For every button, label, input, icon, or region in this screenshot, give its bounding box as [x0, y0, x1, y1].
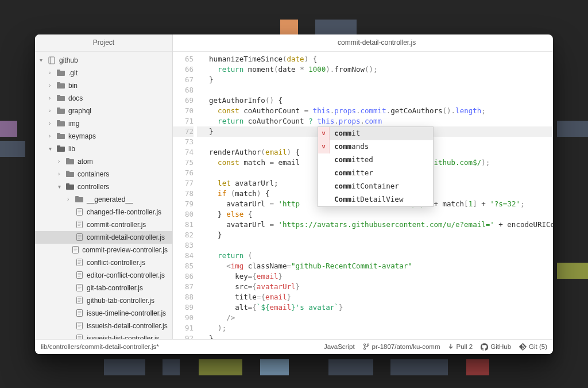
- tree-folder-atom[interactable]: ›atom: [35, 155, 172, 168]
- tree-file-github-tab-controller.js[interactable]: github-tab-controller.js: [35, 294, 172, 307]
- git-icon: [519, 343, 527, 351]
- folder-icon: [57, 107, 65, 114]
- tree-folder-controllers[interactable]: ▾controllers: [35, 180, 172, 193]
- autocomplete-item[interactable]: committed: [318, 153, 433, 167]
- code-line[interactable]: <img className="github-RecentCommit-avat…: [197, 261, 553, 271]
- file-icon: [75, 208, 83, 216]
- autocomplete-kind-icon: v: [318, 127, 330, 140]
- folder-icon: [57, 70, 65, 76]
- tree-file-issue-timeline-controller.js[interactable]: issue-timeline-controller.js: [35, 307, 172, 320]
- status-pull[interactable]: Pull 2: [448, 343, 473, 350]
- tree-label: containers: [78, 170, 109, 178]
- code-line[interactable]: const coAuthorCount = this.props.commit.…: [197, 106, 553, 116]
- autocomplete-item[interactable]: commitContainer: [318, 180, 433, 193]
- tree-folder-bin[interactable]: ›bin: [35, 79, 172, 92]
- twisty-icon: ›: [58, 171, 63, 177]
- folder-icon: [66, 171, 74, 177]
- svg-rect-0: [49, 57, 55, 64]
- code-line[interactable]: } else {: [197, 209, 553, 220]
- file-icon: [75, 309, 83, 317]
- tree-file-commit-preview-controller.js[interactable]: commit-preview-controller.js: [35, 244, 172, 256]
- code-line[interactable]: avatarUrl = 'https://avatars.githubuserc…: [197, 220, 553, 230]
- status-language[interactable]: JavaScript: [324, 343, 355, 350]
- tree-label: graphql: [68, 107, 91, 115]
- tree-file-issueish-detail-controller.js[interactable]: issueish-detail-controller.js: [35, 320, 172, 332]
- tree-label: commit-preview-controller.js: [82, 246, 168, 254]
- tree-file-editor-conflict-controller.js[interactable]: editor-conflict-controller.js: [35, 269, 172, 282]
- tab-active[interactable]: commit-detail-controller.js: [173, 39, 553, 47]
- code-line[interactable]: );: [197, 323, 553, 333]
- tab-bar: commit-detail-controller.js: [173, 34, 553, 52]
- code-line[interactable]: [197, 240, 553, 251]
- tree-root[interactable]: ▾github: [35, 54, 172, 67]
- code-line[interactable]: }: [197, 333, 553, 339]
- tree-label: changed-file-controller.js: [87, 208, 161, 216]
- tree-file-git-tab-controller.js[interactable]: git-tab-controller.js: [35, 282, 172, 294]
- autocomplete-item[interactable]: vcommit: [318, 127, 433, 140]
- tree-label: issue-timeline-controller.js: [87, 309, 166, 317]
- autocomplete-item[interactable]: vcommands: [318, 140, 433, 153]
- tree-file-issueish-list-controller.js[interactable]: issueish-list-controller.js: [35, 332, 172, 339]
- svg-rect-15: [57, 145, 60, 148]
- tree-folder-containers[interactable]: ›containers: [35, 168, 172, 180]
- svg-rect-9: [57, 107, 60, 110]
- status-path[interactable]: lib/controllers/commit-detail-controller…: [41, 343, 159, 350]
- code-line[interactable]: return coAuthorCount ? this.props.comm: [197, 116, 553, 126]
- code-line[interactable]: src={avatarUrl}: [197, 282, 553, 292]
- svg-rect-19: [66, 171, 69, 173]
- arrow-down-icon: [448, 343, 454, 350]
- code-line[interactable]: [197, 85, 553, 95]
- code-line[interactable]: key={email}: [197, 271, 553, 282]
- code-editor[interactable]: 6566676869707172737475767778798081828384…: [173, 52, 553, 339]
- tree-file-changed-file-controller.js[interactable]: changed-file-controller.js: [35, 206, 172, 218]
- code-line[interactable]: }: [197, 230, 553, 240]
- twisty-icon: ▾: [40, 57, 44, 63]
- tree-label: keymaps: [68, 132, 96, 140]
- svg-rect-3: [57, 70, 60, 72]
- autocomplete-label: commands: [334, 141, 369, 152]
- autocomplete-label: commitContainer: [334, 181, 399, 191]
- tree-label: docs: [68, 94, 83, 102]
- tree-folder-docs[interactable]: ›docs: [35, 92, 172, 105]
- twisty-icon: ›: [49, 133, 53, 139]
- tree-file-conflict-controller.js[interactable]: conflict-controller.js: [35, 256, 172, 269]
- code-line[interactable]: return (: [197, 251, 553, 261]
- autocomplete-item[interactable]: CommitDetailView: [318, 193, 433, 206]
- file-icon: [75, 297, 83, 304]
- tab-title: commit-detail-controller.js: [338, 39, 416, 47]
- tree-folder-lib[interactable]: ▾lib: [35, 143, 172, 155]
- file-tree[interactable]: ▾github›.git›bin›docs›graphql›img›keymap…: [35, 52, 172, 339]
- status-github[interactable]: GitHub: [481, 343, 511, 351]
- svg-rect-23: [75, 196, 79, 198]
- autocomplete-item[interactable]: committer: [318, 167, 433, 180]
- folder-icon: [57, 82, 65, 89]
- editor-area: commit-detail-controller.js 656667686970…: [173, 34, 553, 339]
- folder-icon: [75, 196, 83, 202]
- tree-file-commit-controller.js[interactable]: commit-controller.js: [35, 218, 172, 231]
- tree-label: commit-detail-controller.js: [87, 233, 165, 241]
- code-body[interactable]: humanizeTimeSince(date) { return moment(…: [197, 52, 553, 339]
- status-branch[interactable]: pr-1807/atom/ku-comm: [363, 343, 440, 351]
- code-line[interactable]: />: [197, 313, 553, 323]
- file-icon: [75, 221, 83, 228]
- tree-label: controllers: [78, 183, 109, 191]
- code-line[interactable]: alt={`${email}'s avatar`}: [197, 302, 553, 313]
- tree-folder-img[interactable]: ›img: [35, 117, 172, 130]
- code-line[interactable]: }: [197, 75, 553, 85]
- code-line[interactable]: getAuthorInfo() {: [197, 95, 553, 106]
- autocomplete-popup[interactable]: vcommitvcommandscommittedcommittercommit…: [318, 126, 434, 207]
- tree-folder-keymaps[interactable]: ›keymaps: [35, 130, 172, 143]
- svg-rect-11: [57, 120, 60, 122]
- status-git[interactable]: Git (5): [519, 343, 547, 351]
- file-icon: [75, 335, 83, 339]
- file-icon: [75, 233, 83, 241]
- tree-folder-.git[interactable]: ›.git: [35, 67, 172, 79]
- code-line[interactable]: humanizeTimeSince(date) {: [197, 54, 553, 64]
- tree-file-commit-detail-controller.js[interactable]: commit-detail-controller.js: [35, 231, 172, 244]
- code-line[interactable]: return moment(date * 1000).fromNow();: [197, 64, 553, 75]
- code-line[interactable]: title={email}: [197, 292, 553, 302]
- tree-label: conflict-controller.js: [87, 259, 145, 267]
- tree-folder-graphql[interactable]: ›graphql: [35, 105, 172, 117]
- twisty-icon: ›: [49, 107, 53, 114]
- tree-folder-generated[interactable]: ›__generated__: [35, 193, 172, 206]
